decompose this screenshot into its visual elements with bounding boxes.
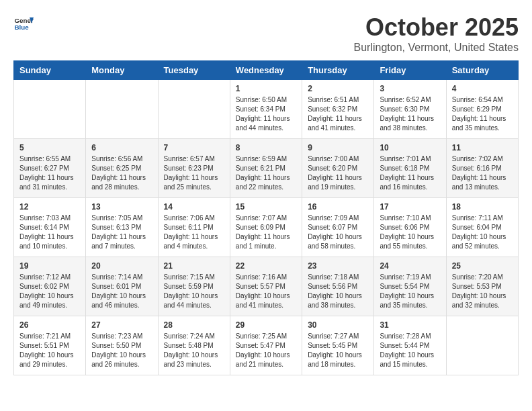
calendar-cell: 25Sunrise: 7:20 AM Sunset: 5:53 PM Dayli… <box>446 257 518 316</box>
calendar-week-row: 12Sunrise: 7:03 AM Sunset: 6:14 PM Dayli… <box>14 198 519 257</box>
day-number: 18 <box>452 202 513 212</box>
calendar-cell: 24Sunrise: 7:19 AM Sunset: 5:54 PM Dayli… <box>374 257 446 316</box>
day-info: Sunrise: 7:25 AM Sunset: 5:47 PM Dayligh… <box>236 332 296 369</box>
calendar-cell: 30Sunrise: 7:27 AM Sunset: 5:45 PM Dayli… <box>302 316 374 375</box>
day-info: Sunrise: 7:24 AM Sunset: 5:48 PM Dayligh… <box>164 332 224 369</box>
day-info: Sunrise: 6:50 AM Sunset: 6:34 PM Dayligh… <box>236 95 296 133</box>
weekday-header-wednesday: Wednesday <box>230 61 302 80</box>
day-number: 24 <box>380 261 440 271</box>
day-info: Sunrise: 7:01 AM Sunset: 6:18 PM Dayligh… <box>380 154 440 192</box>
calendar-cell: 8Sunrise: 6:59 AM Sunset: 6:21 PM Daylig… <box>230 139 302 198</box>
day-number: 1 <box>236 84 296 93</box>
day-number: 15 <box>236 202 296 212</box>
day-number: 16 <box>308 202 368 212</box>
logo: General Blue <box>13 13 34 34</box>
day-number: 9 <box>308 143 368 152</box>
weekday-header-monday: Monday <box>86 61 158 80</box>
calendar-cell: 22Sunrise: 7:16 AM Sunset: 5:57 PM Dayli… <box>230 257 302 316</box>
calendar-cell: 11Sunrise: 7:02 AM Sunset: 6:16 PM Dayli… <box>446 139 518 198</box>
calendar-cell: 12Sunrise: 7:03 AM Sunset: 6:14 PM Dayli… <box>14 198 86 257</box>
calendar-cell: 16Sunrise: 7:09 AM Sunset: 6:07 PM Dayli… <box>302 198 374 257</box>
day-info: Sunrise: 6:54 AM Sunset: 6:29 PM Dayligh… <box>452 95 513 133</box>
day-number: 7 <box>164 143 224 152</box>
weekday-header-saturday: Saturday <box>446 61 518 80</box>
day-info: Sunrise: 7:00 AM Sunset: 6:20 PM Dayligh… <box>308 154 368 192</box>
day-number: 6 <box>91 143 152 152</box>
day-number: 17 <box>380 202 440 212</box>
day-info: Sunrise: 7:05 AM Sunset: 6:13 PM Dayligh… <box>91 214 152 251</box>
day-info: Sunrise: 7:20 AM Sunset: 5:53 PM Dayligh… <box>452 273 513 310</box>
weekday-header-thursday: Thursday <box>302 61 374 80</box>
calendar-cell: 15Sunrise: 7:07 AM Sunset: 6:09 PM Dayli… <box>230 198 302 257</box>
day-number: 8 <box>236 143 296 152</box>
day-info: Sunrise: 7:06 AM Sunset: 6:11 PM Dayligh… <box>164 214 224 251</box>
calendar-cell: 27Sunrise: 7:23 AM Sunset: 5:50 PM Dayli… <box>86 316 158 375</box>
calendar-cell: 6Sunrise: 6:56 AM Sunset: 6:25 PM Daylig… <box>86 139 158 198</box>
calendar-week-row: 5Sunrise: 6:55 AM Sunset: 6:27 PM Daylig… <box>14 139 519 198</box>
day-number: 20 <box>91 261 152 271</box>
weekday-header-sunday: Sunday <box>14 61 86 80</box>
day-number: 27 <box>91 320 152 330</box>
day-info: Sunrise: 7:27 AM Sunset: 5:45 PM Dayligh… <box>308 332 368 369</box>
calendar-cell: 23Sunrise: 7:18 AM Sunset: 5:56 PM Dayli… <box>302 257 374 316</box>
day-number: 13 <box>91 202 152 212</box>
calendar-cell: 9Sunrise: 7:00 AM Sunset: 6:20 PM Daylig… <box>302 139 374 198</box>
location-title: Burlington, Vermont, United States <box>354 42 519 54</box>
day-info: Sunrise: 7:09 AM Sunset: 6:07 PM Dayligh… <box>308 214 368 251</box>
calendar-cell: 13Sunrise: 7:05 AM Sunset: 6:13 PM Dayli… <box>86 198 158 257</box>
day-number: 2 <box>308 84 368 93</box>
day-number: 12 <box>19 202 80 212</box>
day-info: Sunrise: 7:16 AM Sunset: 5:57 PM Dayligh… <box>236 273 296 310</box>
day-number: 19 <box>19 261 80 271</box>
calendar-cell <box>14 80 86 139</box>
day-number: 14 <box>164 202 224 212</box>
day-info: Sunrise: 7:14 AM Sunset: 6:01 PM Dayligh… <box>91 273 152 310</box>
day-number: 25 <box>452 261 513 271</box>
day-number: 10 <box>380 143 440 152</box>
day-info: Sunrise: 6:57 AM Sunset: 6:23 PM Dayligh… <box>164 154 224 192</box>
day-info: Sunrise: 7:11 AM Sunset: 6:04 PM Dayligh… <box>452 214 513 251</box>
day-number: 28 <box>164 320 224 330</box>
calendar-week-row: 26Sunrise: 7:21 AM Sunset: 5:51 PM Dayli… <box>14 316 519 375</box>
weekday-header-row: SundayMondayTuesdayWednesdayThursdayFrid… <box>14 61 519 80</box>
day-info: Sunrise: 6:52 AM Sunset: 6:30 PM Dayligh… <box>380 95 440 133</box>
day-number: 11 <box>452 143 513 152</box>
day-number: 3 <box>380 84 440 93</box>
day-info: Sunrise: 7:12 AM Sunset: 6:02 PM Dayligh… <box>19 273 80 310</box>
day-number: 4 <box>452 84 513 93</box>
calendar-cell: 26Sunrise: 7:21 AM Sunset: 5:51 PM Dayli… <box>14 316 86 375</box>
calendar-cell: 29Sunrise: 7:25 AM Sunset: 5:47 PM Dayli… <box>230 316 302 375</box>
calendar-cell: 4Sunrise: 6:54 AM Sunset: 6:29 PM Daylig… <box>446 80 518 139</box>
day-info: Sunrise: 7:21 AM Sunset: 5:51 PM Dayligh… <box>19 332 80 369</box>
calendar-cell: 19Sunrise: 7:12 AM Sunset: 6:02 PM Dayli… <box>14 257 86 316</box>
day-info: Sunrise: 6:55 AM Sunset: 6:27 PM Dayligh… <box>19 154 80 192</box>
logo-icon: General Blue <box>13 13 34 34</box>
day-number: 29 <box>236 320 296 330</box>
day-number: 5 <box>19 143 80 152</box>
calendar-cell: 21Sunrise: 7:15 AM Sunset: 5:59 PM Dayli… <box>158 257 230 316</box>
calendar-cell: 17Sunrise: 7:10 AM Sunset: 6:06 PM Dayli… <box>374 198 446 257</box>
calendar-week-row: 1Sunrise: 6:50 AM Sunset: 6:34 PM Daylig… <box>14 80 519 139</box>
calendar-cell: 14Sunrise: 7:06 AM Sunset: 6:11 PM Dayli… <box>158 198 230 257</box>
calendar-cell: 20Sunrise: 7:14 AM Sunset: 6:01 PM Dayli… <box>86 257 158 316</box>
day-number: 22 <box>236 261 296 271</box>
calendar-cell: 5Sunrise: 6:55 AM Sunset: 6:27 PM Daylig… <box>14 139 86 198</box>
day-number: 31 <box>380 320 440 330</box>
title-section: October 2025 Burlington, Vermont, United… <box>354 13 519 54</box>
calendar-cell: 1Sunrise: 6:50 AM Sunset: 6:34 PM Daylig… <box>230 80 302 139</box>
calendar-cell <box>446 316 518 375</box>
day-info: Sunrise: 6:59 AM Sunset: 6:21 PM Dayligh… <box>236 154 296 192</box>
calendar-cell: 10Sunrise: 7:01 AM Sunset: 6:18 PM Dayli… <box>374 139 446 198</box>
month-title: October 2025 <box>354 13 519 42</box>
page-header: General Blue October 2025 Burlington, Ve… <box>13 13 519 54</box>
day-info: Sunrise: 7:15 AM Sunset: 5:59 PM Dayligh… <box>164 273 224 310</box>
day-info: Sunrise: 7:28 AM Sunset: 5:44 PM Dayligh… <box>380 332 440 369</box>
day-info: Sunrise: 7:07 AM Sunset: 6:09 PM Dayligh… <box>236 214 296 251</box>
svg-text:Blue: Blue <box>15 24 30 31</box>
calendar-cell <box>158 80 230 139</box>
weekday-header-friday: Friday <box>374 61 446 80</box>
calendar-week-row: 19Sunrise: 7:12 AM Sunset: 6:02 PM Dayli… <box>14 257 519 316</box>
calendar-cell: 3Sunrise: 6:52 AM Sunset: 6:30 PM Daylig… <box>374 80 446 139</box>
calendar-cell: 18Sunrise: 7:11 AM Sunset: 6:04 PM Dayli… <box>446 198 518 257</box>
day-info: Sunrise: 7:23 AM Sunset: 5:50 PM Dayligh… <box>91 332 152 369</box>
